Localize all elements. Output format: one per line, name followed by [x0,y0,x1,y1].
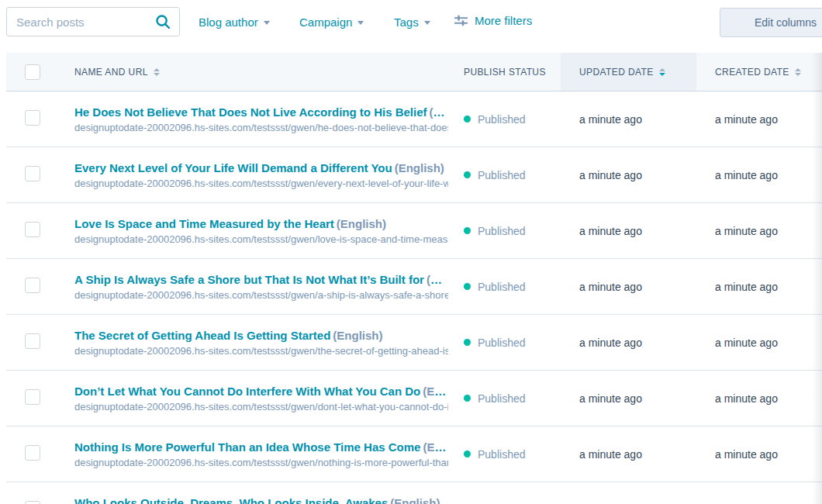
sort-icon [795,68,801,76]
publish-status-cell: Published [448,113,561,126]
created-date-value: a minute ago [696,448,822,461]
column-header-created-date[interactable]: CREATED DATE [696,53,822,91]
more-filters-label: More filters [475,14,532,27]
post-language: (English) [337,217,386,230]
more-filters-button[interactable]: More filters [454,14,532,27]
publish-status-label: Published [478,169,526,181]
publish-status-cell: Published [448,281,561,293]
table-row: He Does Not Believe That Does Not Live A… [6,91,822,147]
publish-status-cell: Published [448,337,561,349]
post-title-link[interactable]: He Does Not Believe That Does Not Live A… [74,105,448,119]
column-header-name-and-url[interactable]: NAME AND URL [68,53,448,91]
publish-status-cell: Published [448,448,561,461]
post-title-link[interactable]: Love Is Space and Time Measured by the H… [74,217,448,230]
created-date-value: a minute ago [696,337,822,349]
blog-posts-page: Blog author Campaign Tags More filters E… [0,0,822,504]
post-language: (English) [423,385,448,398]
row-checkbox-cell [6,445,68,464]
name-and-url-cell: He Does Not Believe That Does Not Live A… [68,105,448,133]
row-checkbox[interactable] [25,166,40,181]
name-and-url-cell: Who Looks Outside, Dreams, Who Looks Ins… [68,496,448,504]
publish-status-label: Published [478,337,526,349]
post-language: (English) [423,440,448,454]
filter-blog-author[interactable]: Blog author [199,16,270,29]
filter-tags[interactable]: Tags [394,16,430,29]
post-title-link[interactable]: Every Next Level of Your Life Will Deman… [74,161,448,174]
post-title: Love Is Space and Time Measured by the H… [74,217,334,230]
publish-status-label: Published [478,225,526,237]
filter-campaign-label: Campaign [299,16,352,29]
edit-columns-button[interactable]: Edit columns [720,8,822,37]
name-and-url-cell: Every Next Level of Your Life Will Deman… [68,161,448,189]
row-checkbox-cell [6,166,68,185]
table-row: Love Is Space and Time Measured by the H… [6,203,822,259]
row-checkbox[interactable] [25,389,40,405]
publish-status-label: Published [478,113,526,126]
created-date-value: a minute ago [696,281,822,293]
name-and-url-cell: A Ship Is Always Safe a Shore but That I… [68,273,448,301]
post-url: designuptodate-20002096.hs-sites.com/tes… [74,233,448,245]
row-checkbox[interactable] [25,445,40,461]
publish-status-cell: Published [448,392,561,405]
published-status-dot-icon [464,116,471,123]
row-checkbox-cell [6,222,68,240]
row-checkbox-cell [6,333,68,352]
chevron-down-icon [424,21,430,25]
search-icon[interactable] [155,14,171,29]
post-title-link[interactable]: Don’t Let What You Cannot Do Interfere W… [74,385,448,398]
row-checkbox[interactable] [25,501,40,504]
search-box[interactable] [6,7,180,36]
chevron-down-icon [264,21,270,25]
created-date-value: a minute ago [696,392,822,405]
table-header: NAME AND URL PUBLISH STATUS UPDATED DATE… [6,53,822,91]
row-checkbox[interactable] [25,333,40,349]
table-row: Don’t Let What You Cannot Do Interfere W… [6,371,822,426]
search-input[interactable] [7,16,155,29]
post-title: Who Looks Outside, Dreams, Who Looks Ins… [74,496,388,504]
row-checkbox[interactable] [25,278,40,293]
table-body: He Does Not Believe That Does Not Live A… [6,91,822,504]
post-title-link[interactable]: Nothing Is More Powerful Than an Idea Wh… [74,440,448,454]
post-title-link[interactable]: Who Looks Outside, Dreams, Who Looks Ins… [74,496,448,504]
filter-campaign[interactable]: Campaign [299,16,364,29]
name-and-url-cell: Love Is Space and Time Measured by the H… [68,217,448,245]
row-checkbox[interactable] [25,110,40,126]
toolbar: Blog author Campaign Tags More filters E… [0,0,822,53]
table-row: The Secret of Getting Ahead Is Getting S… [6,315,822,371]
post-language: (English) [333,329,382,342]
published-status-dot-icon [464,339,471,346]
created-date-value: a minute ago [696,225,822,237]
updated-date-value: a minute ago [561,337,696,349]
created-date-value: a minute ago [696,113,822,126]
publish-status-label: Published [478,392,526,405]
post-title: Nothing Is More Powerful Than an Idea Wh… [74,440,420,454]
post-language: (English) [390,496,440,504]
post-title-link[interactable]: A Ship Is Always Safe a Shore but That I… [74,273,448,286]
updated-date-value: a minute ago [561,169,696,181]
publish-status-cell: Published [448,169,561,181]
select-all-checkbox[interactable] [25,64,40,80]
post-language: (English) [427,273,448,286]
post-language: (English) [395,161,444,174]
column-header-publish-status[interactable]: PUBLISH STATUS [448,53,561,91]
post-url: designuptodate-20002096.hs-sites.com/tes… [74,178,448,189]
sort-icon [154,68,160,76]
column-label: UPDATED DATE [579,67,654,78]
column-label: NAME AND URL [74,67,148,78]
column-header-updated-date[interactable]: UPDATED DATE [561,53,696,91]
post-title: Every Next Level of Your Life Will Deman… [74,161,392,174]
name-and-url-cell: Nothing Is More Powerful Than an Idea Wh… [68,440,448,468]
row-checkbox[interactable] [25,222,40,237]
row-checkbox-cell [6,501,68,504]
filter-blog-author-label: Blog author [199,16,258,29]
name-and-url-cell: Don’t Let What You Cannot Do Interfere W… [68,385,448,413]
post-title: He Does Not Believe That Does Not Live A… [74,105,427,119]
publish-status-label: Published [478,281,526,293]
post-title-link[interactable]: The Secret of Getting Ahead Is Getting S… [74,329,448,342]
updated-date-value: a minute ago [561,113,696,126]
post-title: Don’t Let What You Cannot Do Interfere W… [74,385,420,398]
published-status-dot-icon [464,450,471,457]
post-url: designuptodate-20002096.hs-sites.com/tes… [74,289,448,301]
published-status-dot-icon [464,171,471,178]
post-url: designuptodate-20002096.hs-sites.com/tes… [74,401,448,413]
